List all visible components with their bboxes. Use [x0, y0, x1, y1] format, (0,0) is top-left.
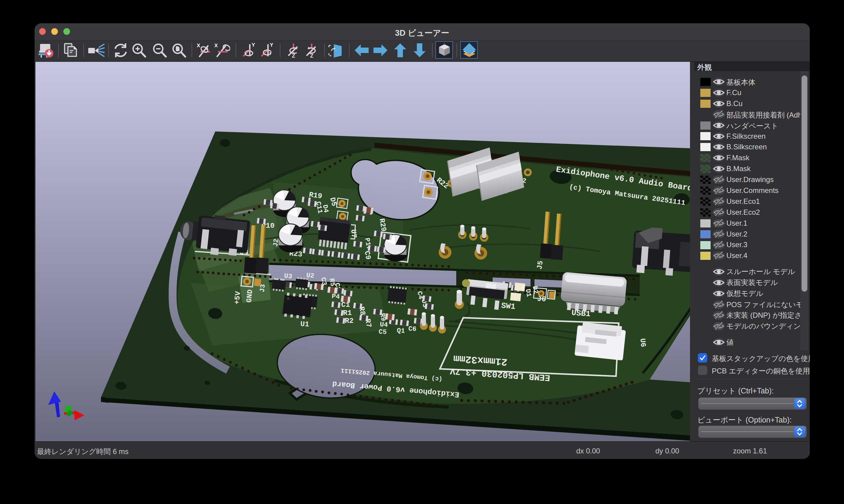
svg-text:X: X	[214, 43, 218, 49]
svg-text:X: X	[197, 43, 201, 49]
svg-text:Y: Y	[270, 42, 273, 48]
svg-text:Y: Y	[252, 42, 255, 48]
